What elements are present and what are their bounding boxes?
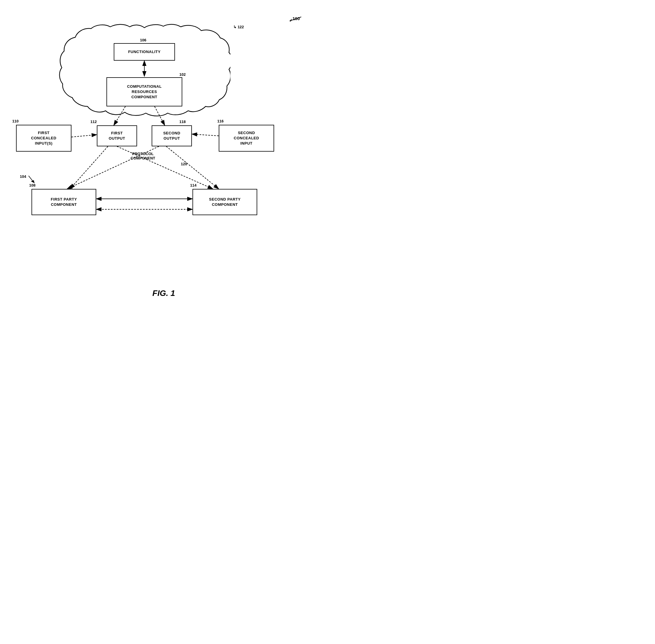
ref-114-label: 114 [190,183,197,187]
first-output-box: FIRST OUTPUT [97,125,137,146]
ref-118-label: 118 [179,119,186,124]
ref-106-label: 106 [140,38,146,42]
ref-122-label: ↳ 122 [233,25,244,29]
ref-116-label: 116 [217,119,224,123]
svg-line-16 [166,146,219,189]
first-party-box: FIRST PARTY COMPONENT [31,189,96,215]
protocol-component-label: PROTOCOLCOMPONENT [117,152,169,160]
ref-110-label: 110 [12,119,19,123]
functionality-box: FUNCTIONALITY [114,43,175,61]
second-output-box: SECOND OUTPUT [152,125,192,146]
first-concealed-input-box: FIRST CONCEALED INPUT(S) [16,125,71,152]
diagram-container: ↳ 122 FUNCTIONALITY 106 COMPUTATIONAL RE… [0,0,328,286]
svg-line-13 [70,146,108,189]
computational-resources-box: COMPUTATIONAL RESOURCES COMPONENT [107,77,182,107]
ref-104-arrow [20,174,37,186]
ref-112-label: 112 [90,119,97,124]
figure-label: FIG. 1 [0,289,328,298]
second-party-box: SECOND PARTY COMPONENT [193,189,257,215]
svg-line-11 [71,135,97,137]
ref-102-label: 102 [179,72,186,77]
second-concealed-input-box: SECOND CONCEALED INPUT [219,125,274,152]
svg-line-12 [192,134,219,136]
ref-120-label: 120 [181,162,187,166]
